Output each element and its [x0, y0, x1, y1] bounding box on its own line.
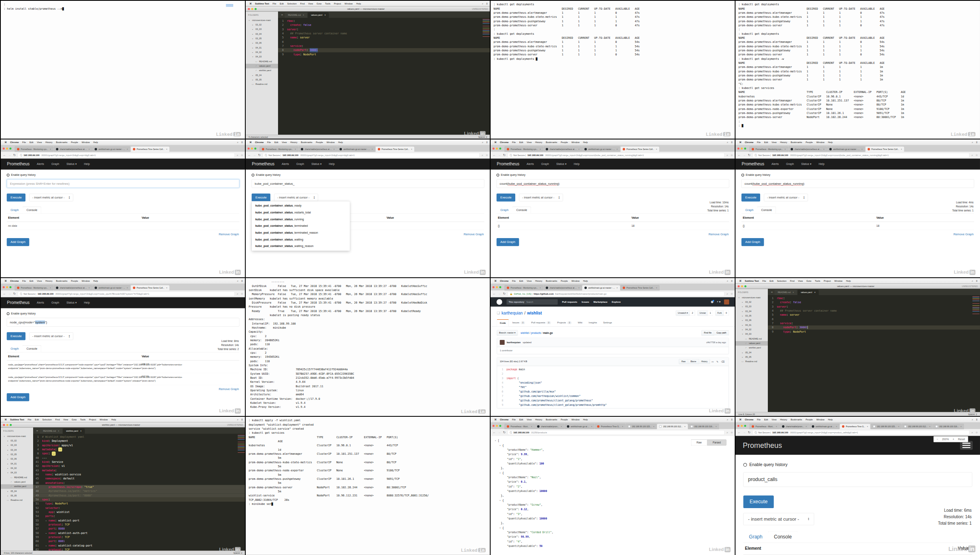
zoom-icon[interactable]: ⌕ [482, 154, 483, 157]
search-icon[interactable]: ⌕ [237, 418, 238, 421]
autocomplete-item[interactable]: kube_pod_container_status_restarts_total [252, 209, 350, 216]
menu-item[interactable]: File [271, 2, 278, 5]
tree-item-readme-md[interactable]: <>Readme.md [246, 82, 278, 87]
tab-console[interactable]: Console [23, 345, 41, 352]
bookmark-star-icon[interactable]: ☆ [731, 431, 733, 434]
minimap[interactable] [238, 435, 244, 454]
menu-item[interactable]: People [314, 141, 325, 144]
menu-item[interactable]: Sublime Text [8, 418, 26, 421]
refresh-icon[interactable]: ↻ [13, 154, 16, 157]
add-graph-button[interactable]: Add Graph [7, 238, 30, 246]
menu-item[interactable]: Window [815, 141, 826, 144]
code-editor[interactable]: 1rbac:2 create: false3server:4 ## Promet… [278, 18, 490, 135]
menu-item[interactable]: View [525, 280, 533, 283]
menu-item[interactable]: Help [844, 280, 852, 283]
menu-item[interactable]: Help [336, 141, 344, 144]
menu-item[interactable]: View [770, 141, 778, 144]
tree-item-values-yaml[interactable]: /*values.yaml [736, 341, 768, 346]
menu-item[interactable]: Window [98, 418, 110, 421]
checkbox-icon[interactable] [742, 174, 744, 177]
tree-item-04-03[interactable]: ▾04_03 [1, 471, 33, 475]
menu-item[interactable]: View [35, 280, 44, 283]
menu-item[interactable]: Chrome [498, 141, 510, 144]
nav-alerts[interactable]: Alerts [527, 162, 534, 166]
close-icon[interactable]: × [89, 287, 90, 289]
repo-name-link[interactable]: wishlist [527, 311, 542, 315]
search-icon[interactable]: ⌕ [727, 141, 728, 143]
lock-icon[interactable]: 🔒 [510, 292, 512, 295]
tree-item-microservices-mast[interactable]: ▾microservices-mast [736, 295, 768, 300]
nav-graph[interactable]: Graph [51, 162, 59, 166]
menu-item[interactable]: People [559, 280, 569, 283]
info-icon[interactable]: ⓘ [265, 154, 267, 157]
add-graph-button[interactable]: Add Graph [497, 238, 519, 246]
menu-item[interactable]: Edit [763, 141, 770, 144]
tab-console[interactable]: Console [23, 207, 41, 213]
tree-item-04-02[interactable]: ▸04_02 [1, 466, 33, 471]
close-icon[interactable]: × [295, 148, 296, 150]
menu-item[interactable]: People [804, 141, 814, 144]
menu-item[interactable]: File [26, 418, 33, 421]
close-icon[interactable]: × [814, 291, 816, 294]
execute-button[interactable]: Execute [497, 194, 515, 202]
apple-menu-icon[interactable]: ⌘ [248, 141, 253, 143]
tree-item-wishlist-yaml[interactable]: /*wishlist.yaml [1, 484, 33, 489]
minimap[interactable] [483, 19, 489, 38]
code-editor[interactable]: 1rbac:2 create: false3server:4 ## Promet… [768, 295, 980, 412]
menu-item[interactable]: Window [815, 418, 826, 421]
close-icon[interactable]: × [166, 287, 167, 289]
menu-item[interactable]: File [510, 280, 518, 283]
browser-tab[interactable]: 192.168.99.100:316...× [933, 424, 964, 429]
zoom-out-button[interactable]: − [937, 438, 938, 441]
expression-input[interactable]: count(kube_pod_container_status_running) [742, 179, 974, 188]
close-icon[interactable]: × [960, 425, 961, 428]
menu-item[interactable]: Selection [285, 2, 298, 5]
search-icon[interactable]: ⌕ [727, 279, 728, 282]
menu-item[interactable]: Goto [70, 418, 78, 421]
autocomplete-item[interactable]: kube_pod_container_status_waiting [252, 236, 350, 243]
apple-menu-icon[interactable]: ⌘ [493, 279, 498, 282]
enable-query-history[interactable]: Enable query history [1, 308, 245, 315]
avatar[interactable] [724, 300, 729, 305]
menu-item[interactable]: Window [570, 280, 582, 283]
insert-metric-dropdown[interactable]: - insert metric at cursor -▲▼ [764, 194, 808, 201]
insert-metric-dropdown[interactable]: - insert metric at cursor -▲▼ [29, 194, 73, 201]
zoom-icon[interactable]: ⌕ [237, 292, 238, 295]
tree-item-microservices-mast[interactable]: ▾microservices-mast [246, 18, 278, 22]
checkbox-icon[interactable] [497, 174, 499, 177]
remove-graph-link[interactable]: Remove Graph [742, 232, 974, 236]
checkbox-icon[interactable] [743, 463, 747, 466]
menu-item[interactable]: Goto [805, 280, 813, 283]
menu-item[interactable]: File [510, 141, 518, 144]
close-icon[interactable]: × [684, 425, 685, 428]
menu-item[interactable]: View [525, 418, 533, 421]
browser-tab[interactable]: Prometheus Time Series Coll...× [865, 146, 904, 152]
close-icon[interactable]: × [372, 148, 373, 150]
apple-menu-icon[interactable]: ⌘ [3, 279, 8, 282]
enable-query-history[interactable]: Enable query history [736, 170, 980, 177]
browser-tab[interactable]: Prometheus - Monitoring sys...× [259, 146, 298, 152]
execute-button[interactable]: Execute [252, 194, 270, 202]
forward-icon[interactable]: → [253, 154, 256, 157]
browser-tab[interactable]: Prometheus Time S...× [595, 424, 626, 429]
menu-item[interactable]: Edit [278, 2, 285, 5]
nav-status[interactable]: Status ▾ [801, 162, 811, 166]
insert-metric-dropdown[interactable]: - insert metric at cursor -▲▼ [29, 332, 73, 340]
menu-item[interactable]: History [44, 280, 54, 283]
menu-item[interactable]: Sublime Text [253, 2, 271, 5]
back-icon[interactable]: ← [3, 292, 6, 296]
browser-tab[interactable]: 192.168.99.100:312...× [902, 424, 933, 429]
tab-graph[interactable]: Graph [742, 207, 757, 213]
menu-item[interactable]: Goto [315, 2, 323, 5]
apple-menu-icon[interactable]: ⌘ [738, 141, 743, 143]
code-editor[interactable]: 1# Wishlist deployment yaml2kind: Deploy… [33, 434, 245, 551]
tree-item-05-05[interactable]: ▸05_05 [1, 494, 33, 498]
apple-menu-icon[interactable]: ⌘ [493, 141, 498, 143]
menu-item[interactable]: Selection [40, 418, 53, 421]
prometheus-brand[interactable]: Prometheus [7, 162, 30, 167]
tree-item-readme-md[interactable]: <>Readme.md [1, 498, 33, 502]
refresh-icon[interactable]: ↻ [503, 431, 506, 435]
autocomplete-item[interactable]: kube_pod_container_status_running [252, 216, 350, 223]
menu-item[interactable]: People [69, 280, 80, 283]
search-icon[interactable]: ⌕ [972, 418, 973, 421]
